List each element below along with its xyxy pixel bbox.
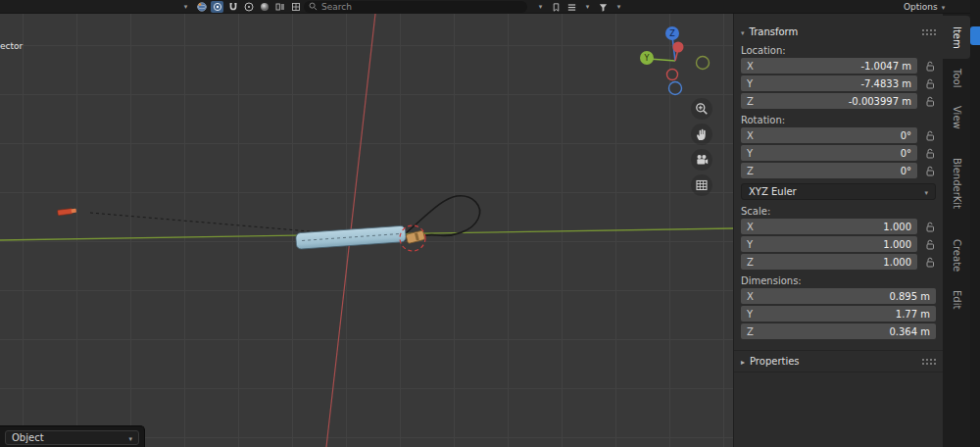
gizmo-x-positive-ball[interactable] [673, 42, 684, 53]
scene-object-main[interactable] [296, 225, 407, 249]
tab-blenderkit[interactable]: BlenderKit [943, 143, 970, 224]
location-z-field[interactable]: Z -0.003997 m [741, 93, 917, 109]
rotation-x-field[interactable]: X 0° [741, 127, 917, 143]
snap-magnet-icon[interactable] [226, 1, 239, 13]
tab-item[interactable]: Item [943, 16, 970, 59]
scale-y-lock[interactable] [917, 239, 936, 250]
active-tool-toggle-icon[interactable] [211, 1, 223, 13]
location-x-field[interactable]: X -1.0047 m [741, 58, 917, 74]
operator-mode-dropdown[interactable]: Object [5, 430, 139, 445]
scale-x-field[interactable]: X 1.000 [741, 219, 917, 234]
gizmo-y-negative-ball[interactable] [697, 57, 710, 70]
search-input[interactable] [321, 2, 522, 12]
field-value: 0° [901, 148, 911, 159]
scale-z-lock[interactable] [917, 257, 936, 268]
object-types-filter-funnel-icon[interactable] [597, 1, 610, 13]
mode-dropdown-chevron-icon[interactable] [179, 1, 192, 13]
options-menu[interactable]: Options [904, 1, 945, 13]
field-value: 0° [901, 130, 911, 141]
tab-view[interactable]: View [943, 98, 970, 137]
pan-button[interactable] [691, 124, 712, 145]
location-rows: X -1.0047 m Y -7.4833 m Z -0.003997 m [734, 58, 943, 111]
properties-editor-edge [970, 0, 980, 447]
panel-grip-icon[interactable] [921, 358, 936, 365]
field-value: 0° [901, 166, 911, 176]
bookmark-icon[interactable] [550, 1, 563, 13]
gizmo-z-label: Z [669, 29, 675, 38]
rotation-rows: X 0° Y 0° Z 0° [734, 127, 943, 180]
tab-edit[interactable]: Edit [943, 280, 970, 320]
axis-label: Z [747, 166, 754, 176]
gizmos-toggle-icon[interactable] [565, 1, 578, 13]
transform-orientation-globe-icon[interactable] [195, 1, 208, 13]
zoom-button[interactable] [691, 98, 712, 120]
rotation-y-lock[interactable] [917, 148, 936, 159]
scale-x-lock[interactable] [917, 222, 936, 232]
field-value: 1.77 m [896, 309, 930, 320]
scene-object-connector[interactable] [406, 230, 425, 244]
location-y-lock[interactable] [917, 78, 936, 89]
tab-tool[interactable]: Tool [943, 59, 970, 98]
proportional-editing-icon[interactable] [242, 1, 255, 13]
location-z-lock[interactable] [917, 96, 936, 107]
location-y-row: Y -7.4833 m [741, 75, 936, 91]
scale-y-field[interactable]: Y 1.000 [741, 236, 917, 252]
scale-z-field[interactable]: Z 1.000 [741, 254, 917, 270]
rotation-x-lock[interactable] [917, 130, 936, 141]
dimensions-rows: X 0.895 m Y 1.77 m Z 0.364 m [734, 288, 943, 341]
location-x-row: X -1.0047 m [741, 58, 936, 74]
rotation-mode-chevron-icon [924, 186, 928, 197]
rotation-mode-dropdown[interactable]: XYZ Euler [741, 183, 936, 200]
scene-canvas[interactable] [0, 14, 733, 447]
axis-label: Z [747, 96, 754, 107]
operator-redo-panel: Object Keep Transform [0, 425, 145, 447]
viewport-3d[interactable]: ector [0, 14, 733, 447]
gizmo-x-negative-ball[interactable] [667, 70, 678, 80]
header-search[interactable] [304, 1, 527, 13]
gizmo-z-negative-ball[interactable] [669, 82, 682, 95]
transform-panel-header[interactable]: Transform [734, 22, 943, 41]
location-y-field[interactable]: Y -7.4833 m [741, 75, 917, 91]
unlock-icon [925, 239, 935, 250]
mirror-toggle-icon[interactable] [273, 1, 286, 13]
search-dropdown-chevron-icon[interactable] [534, 1, 547, 13]
grid-toggle-button[interactable] [691, 174, 712, 196]
dimensions-y-field[interactable]: Y 1.77 m [741, 306, 936, 322]
unlock-icon [925, 257, 935, 268]
rotation-z-row: Z 0° [741, 163, 936, 178]
properties-panel-header[interactable]: Properties [734, 351, 943, 372]
navigation-gizmo[interactable]: Z Y [633, 15, 721, 103]
scene-object-plug[interactable] [58, 208, 77, 216]
overlay-options-icon[interactable] [289, 1, 302, 13]
falloff-sphere-icon[interactable] [258, 1, 270, 13]
dimensions-x-field[interactable]: X 0.895 m [741, 288, 936, 304]
zoom-icon [695, 102, 709, 116]
gizmos-dropdown-chevron-icon[interactable] [581, 1, 594, 13]
filter-dropdown-chevron-icon[interactable] [612, 1, 625, 13]
viewport-nav-buttons [691, 98, 712, 196]
sidebar-tab-strip: Item Tool View BlenderKit Create Edit [943, 14, 970, 447]
axis-label: Y [747, 148, 753, 159]
dimensions-z-field[interactable]: Z 0.364 m [741, 323, 936, 339]
axis-label: Y [747, 239, 753, 250]
axis-label: Z [747, 326, 754, 337]
options-label: Options [904, 2, 938, 12]
panel-grip-icon[interactable] [921, 28, 936, 35]
properties-editor-active-tab-edge[interactable] [970, 26, 980, 45]
unlock-icon [925, 96, 935, 107]
unlock-icon [925, 130, 935, 141]
rotation-z-field[interactable]: Z 0° [741, 163, 917, 178]
axis-label: Z [747, 257, 754, 268]
axis-label: Y [747, 78, 753, 89]
rotation-label: Rotation: [734, 111, 943, 127]
tab-create[interactable]: Create [943, 231, 970, 280]
location-x-lock[interactable] [917, 61, 936, 72]
unlock-icon [925, 148, 935, 159]
rotation-z-lock[interactable] [917, 166, 936, 176]
search-icon [309, 2, 318, 13]
axis-label: X [747, 222, 754, 232]
scale-y-row: Y 1.000 [741, 236, 936, 252]
rotation-x-row: X 0° [741, 127, 936, 143]
rotation-y-field[interactable]: Y 0° [741, 145, 917, 161]
camera-view-button[interactable] [691, 149, 712, 171]
